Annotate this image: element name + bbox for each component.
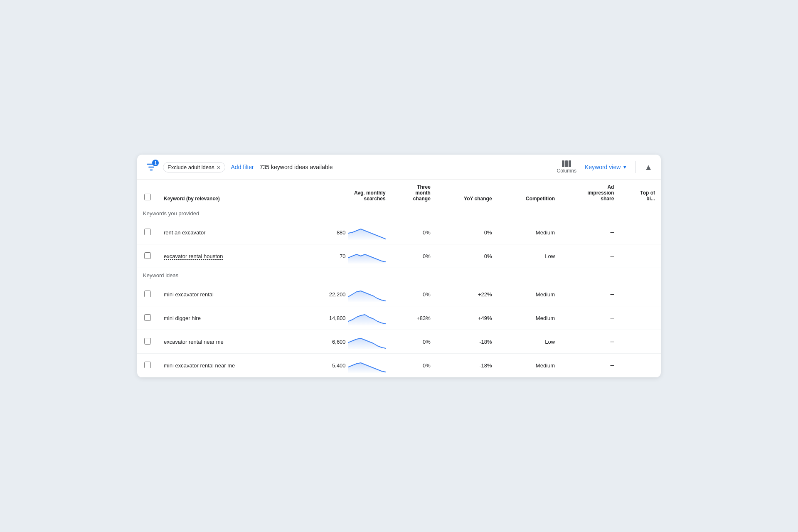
table-row: rent an excavator 880 0% 0% Medium – <box>137 221 661 244</box>
row-checkbox-cell[interactable] <box>137 244 158 268</box>
select-all-checkbox[interactable] <box>144 194 151 200</box>
three-month-cell: 0% <box>392 244 436 268</box>
filter-badge: 1 <box>152 160 159 166</box>
avg-monthly-cell: 6,600 <box>286 330 392 354</box>
avg-monthly-value: 14,800 <box>329 315 346 321</box>
top-bid-cell <box>620 306 661 330</box>
keyword-view-button[interactable]: Keyword view ▼ <box>585 164 627 170</box>
columns-label: Columns <box>557 168 576 174</box>
top-bid-cell <box>620 354 661 377</box>
competition-cell: Low <box>498 330 561 354</box>
three-month-cell: 0% <box>392 330 436 354</box>
yoy-change-cell: -18% <box>436 354 498 377</box>
row-checkbox-cell[interactable] <box>137 306 158 330</box>
three-month-cell: +83% <box>392 306 436 330</box>
col-header-ad-impression[interactable]: Adimpressionshare <box>561 180 620 206</box>
keyword-cell: mini digger hire <box>158 306 286 330</box>
sparkline-container: 70 <box>329 249 386 264</box>
row-checkbox-cell[interactable] <box>137 283 158 306</box>
svg-marker-2 <box>348 291 386 302</box>
table-wrapper: Keyword (by relevance) Avg. monthlysearc… <box>137 180 661 377</box>
add-filter-button[interactable]: Add filter <box>231 164 254 170</box>
row-checkbox-cell[interactable] <box>137 330 158 354</box>
section-header-label: Keywords you provided <box>137 206 661 221</box>
ad-impression-cell: – <box>561 306 620 330</box>
col-header-yoy[interactable]: YoY change <box>436 180 498 206</box>
col-header-competition[interactable]: Competition <box>498 180 561 206</box>
avg-monthly-cell: 22,200 <box>286 283 392 306</box>
row-checkbox[interactable] <box>144 291 151 297</box>
sparkline-container: 14,800 <box>329 310 386 325</box>
ad-impression-cell: – <box>561 330 620 354</box>
avg-monthly-value: 22,200 <box>329 291 346 298</box>
row-checkbox[interactable] <box>144 314 151 321</box>
ad-impression-cell: – <box>561 221 620 244</box>
row-checkbox-cell[interactable] <box>137 354 158 377</box>
row-checkbox-cell[interactable] <box>137 221 158 244</box>
keyword-label: mini digger hire <box>164 315 201 321</box>
main-card: 1 Exclude adult ideas × Add filter 735 k… <box>137 155 661 377</box>
keyword-label: rent an excavator <box>164 229 205 236</box>
sparkline-chart <box>348 225 386 240</box>
table-row: mini excavator rental 22,200 0% +22% Med… <box>137 283 661 306</box>
col-header-three-month[interactable]: Threemonthchange <box>392 180 436 206</box>
ad-impression-cell: – <box>561 354 620 377</box>
toolbar-divider <box>635 161 636 173</box>
three-month-cell: 0% <box>392 283 436 306</box>
table-row: mini excavator rental near me 5,400 0% -… <box>137 354 661 377</box>
col-header-checkbox <box>137 180 158 206</box>
avg-monthly-cell: 14,800 <box>286 306 392 330</box>
sparkline-chart <box>348 249 386 264</box>
sparkline-chart <box>348 358 386 373</box>
three-month-cell: 0% <box>392 221 436 244</box>
sparkline-container: 22,200 <box>329 287 386 302</box>
sparkline-chart <box>348 334 386 349</box>
top-bid-cell <box>620 283 661 306</box>
keyword-cell: mini excavator rental <box>158 283 286 306</box>
keyword-label: excavator rental near me <box>164 339 224 345</box>
keyword-cell: excavator rental houston <box>158 244 286 268</box>
row-checkbox[interactable] <box>144 252 151 259</box>
avg-monthly-cell: 5,400 <box>286 354 392 377</box>
avg-monthly-value: 70 <box>329 253 346 259</box>
yoy-change-cell: +22% <box>436 283 498 306</box>
three-month-cell: 0% <box>392 354 436 377</box>
filter-chip-close-icon[interactable]: × <box>217 164 221 170</box>
top-bid-cell <box>620 244 661 268</box>
yoy-change-cell: -18% <box>436 330 498 354</box>
keyword-table: Keyword (by relevance) Avg. monthlysearc… <box>137 180 661 377</box>
col-header-top-bid[interactable]: Top ofbi... <box>620 180 661 206</box>
section-header-row: Keyword ideas <box>137 268 661 283</box>
competition-cell: Medium <box>498 221 561 244</box>
keyword-cell: excavator rental near me <box>158 330 286 354</box>
sparkline-container: 6,600 <box>329 334 386 349</box>
competition-cell: Medium <box>498 306 561 330</box>
table-row: excavator rental houston 70 0% 0% Low – <box>137 244 661 268</box>
row-checkbox[interactable] <box>144 229 151 235</box>
sparkline-chart <box>348 310 386 325</box>
col-header-avg-monthly[interactable]: Avg. monthlysearches <box>286 180 392 206</box>
row-checkbox[interactable] <box>144 338 151 345</box>
table-row: excavator rental near me 6,600 0% -18% L… <box>137 330 661 354</box>
keyword-label: excavator rental houston <box>164 253 223 259</box>
avg-monthly-cell: 880 <box>286 221 392 244</box>
filter-icon-wrap: 1 <box>145 161 157 173</box>
avg-monthly-cell: 70 <box>286 244 392 268</box>
columns-icon <box>562 160 571 167</box>
keyword-cell: rent an excavator <box>158 221 286 244</box>
yoy-change-cell: 0% <box>436 221 498 244</box>
top-bid-cell <box>620 330 661 354</box>
yoy-change-cell: 0% <box>436 244 498 268</box>
sparkline-container: 5,400 <box>329 358 386 373</box>
col-header-keyword[interactable]: Keyword (by relevance) <box>158 180 286 206</box>
collapse-button[interactable]: ▲ <box>644 163 653 171</box>
row-checkbox[interactable] <box>144 362 151 368</box>
keyword-label: mini excavator rental near me <box>164 362 235 369</box>
keyword-view-label: Keyword view <box>585 164 621 170</box>
columns-button[interactable]: Columns <box>557 160 576 174</box>
filter-chip[interactable]: Exclude adult ideas × <box>163 162 225 172</box>
competition-cell: Low <box>498 244 561 268</box>
filter-chip-label: Exclude adult ideas <box>167 164 214 170</box>
ad-impression-cell: – <box>561 244 620 268</box>
toolbar-right: Columns Keyword view ▼ ▲ <box>557 160 653 174</box>
